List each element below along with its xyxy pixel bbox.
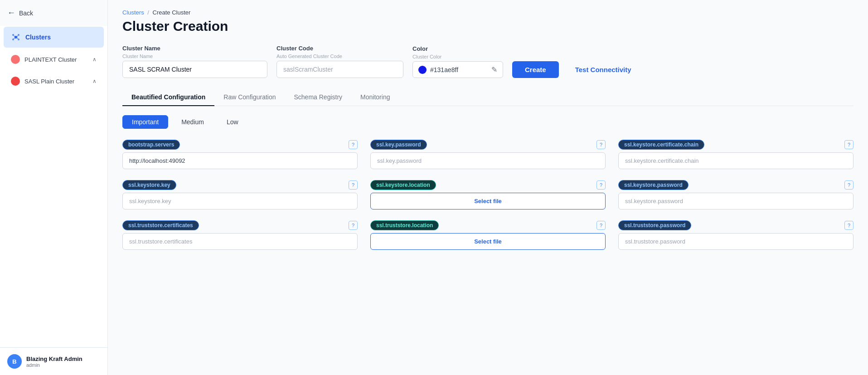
sidebar: ← Back Clusters PLAINTEXT Cluster ∧ SASL… [0, 0, 108, 375]
tabs-row: Beautified Configuration Raw Configurati… [122, 89, 853, 106]
config-field-ssl-keystore-location: ssl.keystore.location ? Select file [370, 180, 606, 209]
sidebar-item-clusters-label: Clusters [25, 34, 51, 41]
help-icon-ssl-keystore-cert-chain[interactable]: ? [844, 140, 853, 149]
color-edit-icon[interactable]: ✎ [491, 65, 497, 74]
tab-beautified-configuration[interactable]: Beautified Configuration [122, 89, 214, 106]
main-content: Clusters / Create Cluster Cluster Creati… [108, 0, 868, 375]
tab-monitoring[interactable]: Monitoring [351, 89, 399, 106]
breadcrumb-current: Create Cluster [153, 9, 191, 16]
config-field-header: ssl.keystore.key ? [122, 180, 358, 190]
config-field-ssl-truststore-password: ssl.truststore.password ? [618, 220, 853, 250]
config-field-bootstrap-servers: bootstrap.servers ? [122, 140, 358, 169]
cluster-code-sublabel: Auto Generated Cluster Code [276, 54, 403, 59]
cluster-name-label: Cluster Name [122, 45, 267, 52]
color-group: Color Cluster Color #131ae8ff ✎ [412, 45, 503, 78]
config-field-header: ssl.key.password ? [370, 140, 606, 150]
select-file-ssl-truststore-location[interactable]: Select file [370, 233, 606, 250]
user-name: Blazing Kraft Admin [26, 356, 82, 362]
back-button[interactable]: ← Back [0, 0, 107, 26]
svg-line-8 [17, 38, 18, 39]
form-row: Cluster Name Cluster Name Cluster Code A… [122, 45, 853, 78]
importance-low-button[interactable]: Low [217, 115, 248, 129]
config-input-ssl-key-password[interactable] [370, 152, 606, 169]
config-tag-ssl-keystore-key: ssl.keystore.key [122, 180, 176, 190]
importance-medium-button[interactable]: Medium [172, 115, 213, 129]
config-input-ssl-keystore-cert-chain[interactable] [618, 152, 853, 169]
help-icon-ssl-keystore-key[interactable]: ? [349, 180, 358, 190]
cluster-sasl-plain[interactable]: SASL Plain Cluster ∧ [4, 71, 104, 91]
help-icon-ssl-truststore-password[interactable]: ? [844, 221, 853, 230]
cluster-plaintext-chevron: ∧ [92, 56, 97, 63]
cluster-name-input[interactable] [122, 61, 267, 78]
color-dot [418, 66, 427, 74]
test-connectivity-button[interactable]: Test Connectivity [568, 61, 639, 78]
config-field-ssl-truststore-location: ssl.truststore.location ? Select file [370, 220, 606, 250]
color-hex-value: #131ae8ff [430, 66, 488, 73]
importance-row: Important Medium Low [122, 115, 853, 129]
config-field-header: ssl.truststore.location ? [370, 220, 606, 230]
config-tag-ssl-keystore-location: ssl.keystore.location [370, 180, 436, 190]
svg-point-2 [18, 34, 19, 36]
config-field-header: ssl.keystore.location ? [370, 180, 606, 190]
cluster-name-group: Cluster Name Cluster Name [122, 45, 267, 78]
help-icon-ssl-keystore-password[interactable]: ? [844, 180, 853, 190]
color-picker-row: #131ae8ff ✎ [412, 61, 503, 78]
back-label: Back [19, 10, 33, 17]
svg-point-3 [12, 39, 14, 40]
config-input-ssl-truststore-password[interactable] [618, 233, 853, 250]
config-field-header: ssl.keystore.certificate.chain ? [618, 140, 853, 150]
cluster-code-input[interactable] [276, 61, 403, 78]
help-icon-ssl-truststore-certs[interactable]: ? [349, 221, 358, 230]
sidebar-footer: B Blazing Kraft Admin admin [0, 347, 107, 375]
config-tag-ssl-truststore-certs: ssl.truststore.certificates [122, 220, 199, 230]
config-input-bootstrap-servers[interactable] [122, 152, 358, 169]
tab-schema-registry[interactable]: Schema Registry [285, 89, 352, 106]
config-field-header: ssl.truststore.certificates ? [122, 220, 358, 230]
help-icon-ssl-keystore-location[interactable]: ? [596, 180, 606, 190]
create-button[interactable]: Create [512, 61, 559, 78]
cluster-sasl-plain-dot [11, 77, 20, 86]
clusters-icon [11, 32, 21, 42]
help-icon-ssl-key-password[interactable]: ? [596, 140, 606, 149]
config-tag-ssl-keystore-cert-chain: ssl.keystore.certificate.chain [618, 140, 704, 150]
importance-important-button[interactable]: Important [122, 115, 168, 129]
sidebar-item-clusters[interactable]: Clusters [4, 27, 104, 48]
config-field-ssl-keystore-certificate-chain: ssl.keystore.certificate.chain ? [618, 140, 853, 169]
svg-point-0 [15, 36, 17, 39]
config-field-header: ssl.truststore.password ? [618, 220, 853, 230]
config-tag-bootstrap-servers: bootstrap.servers [122, 140, 180, 150]
svg-point-1 [12, 34, 14, 36]
cluster-plaintext-name: PLAINTEXT Cluster [24, 56, 88, 63]
cluster-sasl-plain-chevron: ∧ [92, 78, 97, 84]
help-icon-ssl-truststore-location[interactable]: ? [596, 221, 606, 230]
select-file-ssl-keystore-location[interactable]: Select file [370, 193, 606, 209]
config-tag-ssl-keystore-password: ssl.keystore.password [618, 180, 689, 190]
breadcrumb-link-clusters[interactable]: Clusters [122, 9, 144, 16]
color-label: Color [412, 45, 503, 52]
breadcrumb-separator: / [147, 9, 149, 16]
breadcrumb: Clusters / Create Cluster [122, 9, 853, 16]
cluster-sasl-plain-name: SASL Plain Cluster [24, 78, 88, 85]
cluster-name-sublabel: Cluster Name [122, 54, 267, 59]
tab-raw-configuration[interactable]: Raw Configuration [214, 89, 285, 106]
config-tag-ssl-key-password: ssl.key.password [370, 140, 427, 150]
svg-line-6 [17, 36, 18, 37]
cluster-code-label: Cluster Code [276, 45, 403, 52]
cluster-code-group: Cluster Code Auto Generated Cluster Code [276, 45, 403, 78]
page-title: Cluster Creation [122, 19, 853, 34]
back-arrow-icon: ← [7, 8, 15, 18]
config-field-ssl-keystore-password: ssl.keystore.password ? [618, 180, 853, 209]
user-role: admin [26, 362, 82, 368]
config-tag-ssl-truststore-location: ssl.truststore.location [370, 220, 439, 230]
config-input-ssl-keystore-password[interactable] [618, 193, 853, 209]
avatar: B [7, 354, 22, 369]
config-field-ssl-truststore-certificates: ssl.truststore.certificates ? [122, 220, 358, 250]
config-tag-ssl-truststore-password: ssl.truststore.password [618, 220, 691, 230]
cluster-plaintext[interactable]: PLAINTEXT Cluster ∧ [4, 49, 104, 69]
svg-line-7 [14, 38, 15, 39]
config-input-ssl-keystore-key[interactable] [122, 193, 358, 209]
config-field-ssl-keystore-key: ssl.keystore.key ? [122, 180, 358, 209]
config-input-ssl-truststore-certs[interactable] [122, 233, 358, 250]
help-icon-bootstrap-servers[interactable]: ? [349, 140, 358, 149]
config-field-header: bootstrap.servers ? [122, 140, 358, 150]
